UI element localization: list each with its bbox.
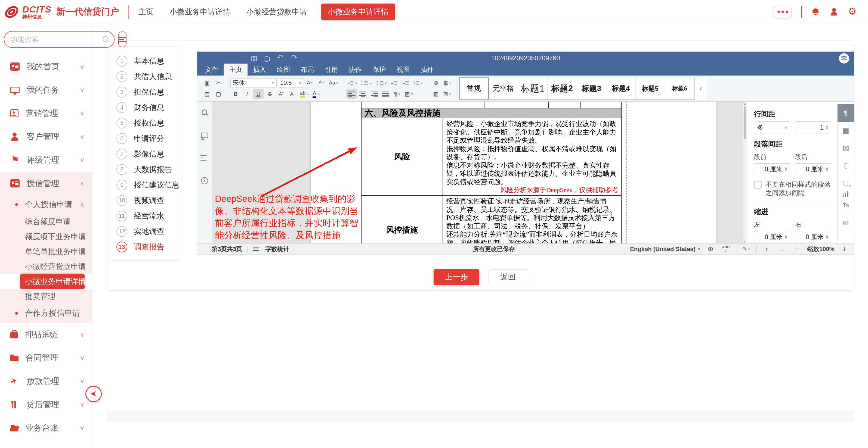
line-spacing-stepper[interactable]: 1∧∨ [795,122,831,133]
sidebar-item[interactable]: 批复管理 [0,289,92,304]
frame-icon[interactable] [442,90,452,99]
image-tab-icon[interactable] [838,139,855,157]
font-size-select[interactable]: 10.5 [278,78,304,88]
superscript-icon[interactable] [276,90,286,99]
sidebar-item[interactable]: 综合额度申请 [0,214,92,229]
format-stamp-icon[interactable] [431,90,441,99]
fit-width-icon[interactable] [777,244,787,254]
redo-icon[interactable] [291,55,298,62]
paste-icon[interactable] [202,90,212,99]
sidebar-item[interactable]: 合作方授信申请 [0,304,92,323]
style-option[interactable]: 标题1 [518,77,548,99]
wizard-step[interactable]: 7 影像信息 [117,146,181,162]
subscript-icon[interactable] [287,90,298,99]
line-spacing-select[interactable]: 多 [754,122,790,133]
sidebar-item[interactable]: 授信管理 ∧ [0,172,92,195]
undo-icon[interactable] [277,55,284,62]
chart-tab-icon[interactable] [843,191,849,197]
save-icon[interactable] [251,56,257,61]
clear-format-icon[interactable] [431,78,441,88]
sidebar-item[interactable]: 小微业务申请详情 [0,274,92,289]
wizard-step[interactable]: 5 授权信息 [117,115,181,131]
notifications-icon[interactable] [811,7,820,16]
globe-icon[interactable] [705,244,716,254]
top-nav-tab[interactable]: 小微业务申请详情 [321,3,395,21]
editor-menu-tab[interactable]: 插件 [415,64,439,75]
spacing-before-stepper[interactable]: 0 厘米∧∨ [754,163,790,175]
editor-menu-tab[interactable]: 视图 [391,64,415,75]
italic-icon[interactable] [242,90,252,99]
select-icon[interactable] [213,90,224,99]
wizard-step[interactable]: 8 大数据报告 [117,162,181,177]
document-page[interactable]: 六、风险及风控措施 风险 经营风险：小微企业市场竞争力弱，易受行业波动（如政策变… [311,102,716,243]
strikethrough-icon[interactable] [265,90,275,99]
style-option[interactable]: 无空格 [489,77,518,99]
scroll-down-icon[interactable]: ▼ [743,240,746,243]
font-color-icon[interactable] [311,90,321,99]
editor-menu-tab[interactable]: 主页 [224,64,248,75]
sidebar-item[interactable]: 营销管理 ∨ [0,102,92,125]
indent-icon[interactable] [401,78,411,88]
page-info[interactable]: 第3页共3页 [212,245,242,253]
sidebar-item[interactable]: 评级管理 ∨ [0,148,92,172]
sidebar-item[interactable]: 合同管理 ∨ [0,346,92,370]
outline-icon[interactable] [200,154,209,163]
zoom-out-icon[interactable] [792,244,802,254]
indent-right-stepper[interactable]: 0 厘米∧∨ [795,231,831,243]
wizard-step[interactable]: 9 授信建议信息 [117,177,181,193]
copy-icon[interactable] [202,78,212,88]
wizard-step[interactable]: 12 实地调查 [117,223,181,239]
editor-menu-tab[interactable]: 绘图 [272,64,296,75]
align-right-icon[interactable] [369,90,379,99]
search-input[interactable] [10,35,101,44]
outdent-icon[interactable] [389,78,400,88]
sidebar-item[interactable]: 业务台账 ∨ [0,416,92,440]
wizard-step[interactable]: 1 基本信息 [117,53,181,69]
top-nav-tab[interactable]: 主页 [137,3,155,21]
multilevel-list-icon[interactable] [374,78,388,88]
print-icon[interactable] [264,57,270,61]
shrink-font-icon[interactable] [316,78,327,88]
settings-icon[interactable] [848,7,857,16]
bold-icon[interactable] [230,90,241,99]
shading-icon[interactable] [403,90,414,99]
zoom-in-icon[interactable] [839,244,850,254]
wizard-step[interactable]: 10 视频调查 [117,193,181,208]
editor-menu-tab[interactable]: 引用 [319,64,343,75]
editor-menu-tab[interactable]: 保护 [367,64,391,75]
word-count-label[interactable]: 字数统计 [265,245,289,253]
language-select[interactable]: English (United States) [630,246,701,253]
sidebar-item[interactable]: 单笔单批业务申请 [0,244,92,259]
style-option[interactable]: 常规 [459,77,489,99]
more-options-icon[interactable] [774,6,792,18]
shapes-tab-icon[interactable] [838,174,855,191]
indent-left-stepper[interactable]: 0 厘米∧∨ [754,231,790,243]
wizard-step[interactable]: 13 调查报告 [117,239,181,254]
wizard-step[interactable]: 3 担保信息 [117,84,181,100]
sidebar-item[interactable]: 我的任务 ∨ [0,78,92,102]
sidebar-collapse-button[interactable]: ➤ [85,386,102,402]
numbered-list-icon[interactable] [360,78,373,88]
align-left-icon[interactable] [346,90,356,99]
editor-menu-tab[interactable]: 协作 [343,64,367,75]
editor-menu-tab[interactable]: 布局 [296,64,319,75]
spellcheck-icon[interactable] [720,244,731,254]
menu-toggle-button[interactable] [118,32,126,47]
table-tab-icon[interactable] [838,122,855,139]
mail-tab-icon[interactable] [838,214,855,232]
style-gallery-more-icon[interactable]: ∨ [695,77,707,100]
change-case-icon[interactable] [328,78,339,88]
scrollbar-thumb[interactable] [744,106,746,139]
line-spacing-icon[interactable] [412,78,424,88]
sidebar-item[interactable]: 小微经营贷款申请 [0,259,92,274]
align-center-icon[interactable] [358,90,368,99]
info-icon[interactable] [201,177,208,184]
back-button[interactable]: 返回 [489,269,527,285]
top-nav-tab[interactable]: 小微经营贷款申请 [245,3,309,21]
review-icon[interactable] [741,244,751,254]
comments-icon[interactable] [200,132,209,140]
grow-font-icon[interactable] [305,78,315,88]
spacing-after-stepper[interactable]: 0 厘米∧∨ [795,163,831,175]
sidebar-item[interactable]: 押品系统 ∨ [0,323,92,346]
top-nav-tab[interactable]: 小微业务申请详情 [168,3,232,21]
